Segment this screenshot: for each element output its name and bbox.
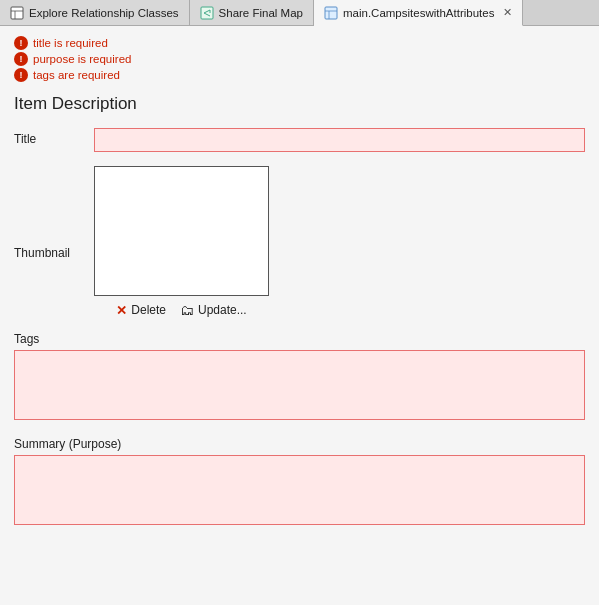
tab-bar: Explore Relationship Classes Share Final…	[0, 0, 599, 26]
summary-row: Summary (Purpose)	[14, 437, 585, 528]
update-label: Update...	[198, 303, 247, 317]
title-field	[94, 128, 585, 152]
share-icon	[200, 6, 214, 20]
tags-label: Tags	[14, 332, 39, 346]
thumbnail-actions: ✕ Delete 🗂 Update...	[116, 302, 246, 318]
svg-rect-0	[11, 7, 23, 19]
validation-text-purpose: purpose is required	[33, 53, 131, 65]
svg-rect-3	[201, 7, 213, 19]
thumbnail-label: Thumbnail	[14, 166, 94, 260]
validation-icon-title: !	[14, 36, 28, 50]
validation-messages: ! title is required ! purpose is require…	[14, 36, 585, 82]
summary-field	[14, 455, 585, 528]
delete-button[interactable]: ✕ Delete	[116, 303, 166, 318]
tab-campsite-label: main.CampsiteswithAttributes	[343, 7, 494, 19]
title-label: Title	[14, 128, 94, 146]
validation-item-title: ! title is required	[14, 36, 585, 50]
section-heading: Item Description	[14, 94, 585, 114]
thumbnail-box	[94, 166, 269, 296]
validation-text-tags: tags are required	[33, 69, 120, 81]
delete-icon: ✕	[116, 303, 127, 318]
tags-textarea[interactable]	[14, 350, 585, 420]
tab-close-icon[interactable]: ✕	[503, 7, 512, 18]
tab-campsite[interactable]: main.CampsiteswithAttributes ✕	[314, 0, 523, 26]
thumbnail-row: Thumbnail ✕ Delete 🗂 Update...	[14, 166, 585, 318]
content-area: ! title is required ! purpose is require…	[0, 26, 599, 605]
summary-textarea[interactable]	[14, 455, 585, 525]
summary-label: Summary (Purpose)	[14, 437, 121, 451]
validation-item-purpose: ! purpose is required	[14, 52, 585, 66]
campsite-icon	[324, 6, 338, 20]
validation-icon-purpose: !	[14, 52, 28, 66]
tags-row: Tags	[14, 332, 585, 423]
validation-item-tags: ! tags are required	[14, 68, 585, 82]
delete-label: Delete	[131, 303, 166, 317]
validation-icon-tags: !	[14, 68, 28, 82]
update-button[interactable]: 🗂 Update...	[180, 302, 247, 318]
title-row: Title	[14, 128, 585, 152]
tab-share-map[interactable]: Share Final Map	[190, 0, 314, 25]
table-icon	[10, 6, 24, 20]
tab-explore-label: Explore Relationship Classes	[29, 7, 179, 19]
tags-field	[14, 350, 585, 423]
folder-icon: 🗂	[180, 302, 194, 318]
thumbnail-field: ✕ Delete 🗂 Update...	[94, 166, 269, 318]
title-input[interactable]	[94, 128, 585, 152]
svg-rect-4	[325, 7, 337, 19]
tab-share-map-label: Share Final Map	[219, 7, 303, 19]
tab-explore[interactable]: Explore Relationship Classes	[0, 0, 190, 25]
validation-text-title: title is required	[33, 37, 108, 49]
